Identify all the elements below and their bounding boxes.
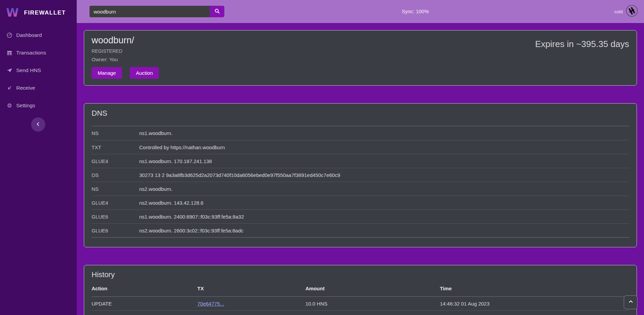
- handshake-logo-icon: [626, 5, 638, 18]
- domain-card-left: woodburn/ REGISTERED Owner: You Manage A…: [92, 35, 159, 79]
- firewallet-logo-icon: W: [6, 6, 20, 20]
- dns-record-value: 30273 13 2 9a3a8fb3d625d2a2073d740f10da6…: [139, 172, 340, 178]
- dns-heading: DNS: [92, 109, 629, 118]
- brand-title: FIREWALLET: [24, 9, 66, 16]
- topbar: Sync: 100% cold: [77, 0, 644, 23]
- history-amount: 10.0 HNS: [305, 301, 440, 307]
- domain-owner-label: Owner: You: [92, 57, 159, 62]
- sidebar-item-label: Transactions: [16, 50, 46, 56]
- dns-record-value: ns1.woodburn. 170.187.241.138: [139, 158, 212, 164]
- chevron-left-icon: [35, 121, 41, 128]
- dns-record-row: DS 30273 13 2 9a3a8fb3d625d2a2073d740f10…: [92, 168, 629, 182]
- dns-record-type: NS: [92, 130, 139, 136]
- dashboard-gauge-icon: [6, 32, 13, 38]
- dns-record-row: GLUE6 ns1.woodburn. 2400:8907::f03c:93ff…: [92, 209, 629, 223]
- dns-record-value: ns1.woodburn.: [139, 130, 172, 136]
- history-row: UPDATE 70e64775... 10.0 HNS 14:46:32 01 …: [92, 297, 629, 311]
- history-card: History Action TX Amount Time UPDATE 70e…: [84, 265, 637, 315]
- dns-record-type: GLUE4: [92, 158, 139, 164]
- search-bar: [90, 6, 224, 17]
- dns-record-value: ns1.woodburn. 2400:8907::f03c:93ff:fe5a:…: [139, 214, 244, 220]
- expiry-label: Expires in ~395.35 days: [535, 35, 629, 79]
- history-heading: History: [92, 270, 629, 279]
- dns-record-row: NS ns2.woodburn.: [92, 182, 629, 196]
- search-input[interactable]: [90, 6, 210, 17]
- dns-record-row: TXT Controlled by https://nathan.woodbur…: [92, 140, 629, 154]
- gear-icon: ⚙: [6, 103, 13, 109]
- column-header-time: Time: [440, 286, 629, 291]
- brand-row: W FIREWALLET: [0, 0, 77, 21]
- manage-button[interactable]: Manage: [92, 67, 122, 79]
- svg-text:W: W: [6, 6, 19, 18]
- domain-status-label: REGISTERED: [92, 48, 159, 54]
- dns-table: NS ns1.woodburn. TXT Controlled by https…: [92, 126, 629, 238]
- dns-record-type: GLUE4: [92, 200, 139, 206]
- domain-card: woodburn/ REGISTERED Owner: You Manage A…: [84, 30, 637, 86]
- dns-record-type: TXT: [92, 144, 139, 150]
- dns-card: DNS NS ns1.woodburn. TXT Controlled by h…: [84, 103, 637, 247]
- column-header-tx: TX: [197, 286, 305, 291]
- dns-record-type: DS: [92, 172, 139, 178]
- dns-record-value: ns2.woodburn.: [139, 186, 172, 192]
- wallet-indicator[interactable]: cold: [614, 0, 638, 23]
- dns-record-type: NS: [92, 186, 139, 192]
- scroll-to-top-button[interactable]: [624, 295, 638, 309]
- receive-arrow-icon: [6, 85, 13, 91]
- dns-record-value: ns2.woodburn. 143.42.128.6: [139, 200, 203, 206]
- sidebar-item-send-hns[interactable]: Send HNS: [0, 62, 77, 79]
- domain-actions: Manage Auction: [92, 67, 159, 79]
- sync-status: Sync: 100%: [402, 8, 429, 14]
- column-header-action: Action: [92, 286, 197, 291]
- search-button[interactable]: [210, 6, 224, 17]
- dns-record-type: GLUE6: [92, 228, 139, 233]
- send-plane-icon: [6, 67, 13, 73]
- sidebar-item-transactions[interactable]: Transactions: [0, 44, 77, 62]
- chevron-up-icon: [628, 299, 634, 306]
- history-action: UPDATE: [92, 301, 197, 307]
- dns-record-type: GLUE6: [92, 214, 139, 220]
- sidebar-item-receive[interactable]: Receive: [0, 79, 77, 97]
- dns-record-row: NS ns1.woodburn.: [92, 126, 629, 140]
- transactions-table-icon: [6, 50, 13, 56]
- sidebar-item-label: Send HNS: [16, 67, 41, 73]
- dns-record-row: GLUE4 ns2.woodburn. 143.42.128.6: [92, 196, 629, 209]
- dns-record-row: GLUE4 ns1.woodburn. 170.187.241.138: [92, 154, 629, 168]
- history-table-header: Action TX Amount Time: [92, 280, 629, 297]
- wallet-name-label: cold: [614, 9, 623, 14]
- sidebar-item-label: Settings: [16, 103, 35, 109]
- dns-record-row: GLUE6 ns2.woodburn. 2600:3c02::f03c:93ff…: [92, 223, 629, 237]
- auction-button[interactable]: Auction: [130, 67, 159, 79]
- column-header-amount: Amount: [305, 286, 440, 291]
- sidebar-item-settings[interactable]: ⚙ Settings: [0, 97, 77, 114]
- domain-name-title: woodburn/: [92, 35, 159, 46]
- dns-record-value: ns2.woodburn. 2600:3c02::f03c:93ff:fe5a:…: [139, 228, 243, 233]
- sidebar-nav: Dashboard Transactions Send HNS: [0, 26, 77, 114]
- sidebar-item-dashboard[interactable]: Dashboard: [0, 26, 77, 44]
- sidebar: W FIREWALLET Dashboard: [0, 0, 77, 315]
- search-icon: [214, 8, 220, 15]
- dns-record-value: Controlled by https://nathan.woodburn: [139, 144, 225, 150]
- tx-link[interactable]: 70e64775...: [197, 301, 224, 307]
- history-time: 14:46:32 01 Aug 2023: [440, 301, 629, 307]
- main-content: woodburn/ REGISTERED Owner: You Manage A…: [77, 23, 644, 315]
- sidebar-collapse-button[interactable]: [31, 117, 45, 132]
- sidebar-item-label: Dashboard: [16, 32, 42, 38]
- history-row: RENEW d73c5e08... 10.0 HNS 15:47:36 07 F…: [92, 311, 629, 315]
- sidebar-item-label: Receive: [16, 85, 35, 91]
